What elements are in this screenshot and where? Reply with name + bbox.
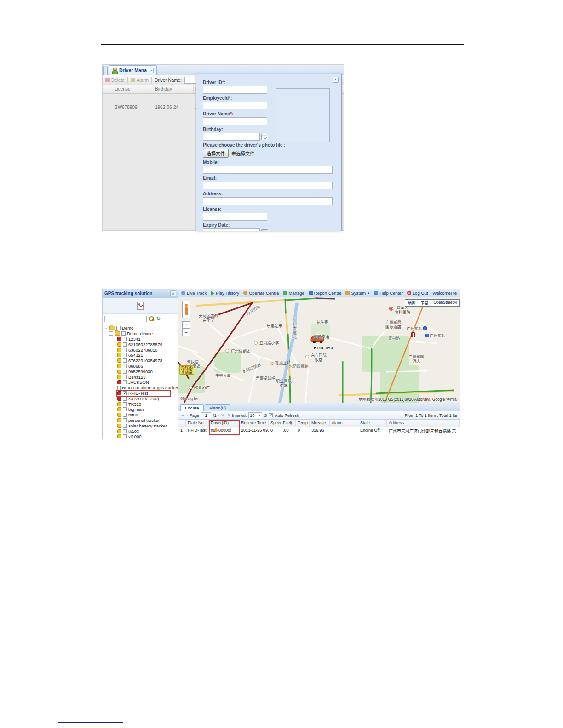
tab-locate[interactable]: Locate (180, 404, 204, 411)
col-receive-time[interactable]: Receive Time (239, 420, 269, 427)
driver-id-input[interactable] (203, 86, 267, 94)
device-checkbox[interactable] (120, 386, 121, 390)
device-checkbox[interactable] (123, 342, 127, 347)
col-license[interactable]: License (113, 85, 153, 93)
refresh-icon[interactable]: ↻ (156, 316, 161, 322)
nav-help-center[interactable]: ?Help Center (374, 290, 403, 296)
collapse-sidebar-icon[interactable]: « (170, 290, 176, 296)
tree-device[interactable]: JACKSON (103, 380, 178, 385)
device-checkbox[interactable] (123, 364, 127, 368)
device-checkbox[interactable] (123, 397, 127, 401)
first-page-icon[interactable]: ≪ (181, 413, 184, 417)
auto-refresh-checkbox[interactable]: ✓ (269, 413, 273, 417)
calendar-icon[interactable] (261, 229, 268, 232)
nav-report-centre[interactable]: Report Centre (309, 290, 342, 296)
map-canvas[interactable]: 天河区先烈 东小学 沙河西街 乐惠超市 花生寮 广州大道北 省军区 专科医院 H… (178, 297, 460, 403)
tree-device[interactable]: solar battery tracker (103, 423, 178, 428)
device-checkbox[interactable] (123, 358, 127, 363)
device-checkbox[interactable] (123, 353, 127, 357)
terms-link[interactable]: 使用条 (446, 397, 458, 402)
map-type-openstreetmap[interactable]: OpenStreetM (431, 299, 460, 307)
device-checkbox[interactable] (123, 418, 127, 422)
col-state[interactable]: State (358, 420, 387, 427)
interval-select[interactable]: 10▼ (248, 412, 262, 418)
col-address[interactable]: Address (387, 420, 460, 427)
tree-device[interactable]: tk103 (103, 428, 178, 434)
col-speed[interactable]: Speed (269, 420, 281, 427)
device-checkbox[interactable] (123, 402, 127, 406)
device-checkbox[interactable] (123, 380, 127, 384)
tree-device[interactable]: TK310 (103, 401, 178, 407)
nav-live-track[interactable]: Live Track (181, 290, 207, 296)
tree-device[interactable]: Benz123 (103, 374, 178, 380)
tree-device[interactable]: vt1000 (103, 434, 178, 439)
tab-alarm[interactable]: Alarm(0) (205, 404, 230, 411)
vehicle-marker-label[interactable]: RFID-Test (314, 346, 333, 350)
prev-page-icon[interactable]: ‹ (186, 413, 188, 417)
dialog-close-icon[interactable]: × (333, 77, 339, 83)
col-birthday[interactable]: Birthday (153, 85, 194, 93)
col-temp[interactable]: Temp... (296, 420, 310, 427)
refresh-icon[interactable]: ↻ (227, 413, 230, 417)
nav-system[interactable]: System▼ (345, 290, 370, 296)
col-alarm[interactable]: Alarm (330, 420, 358, 427)
nav-operate-centre[interactable]: Operate Centre (243, 290, 279, 296)
tree-root-demo[interactable]: - Demo (103, 325, 178, 331)
tree-device[interactable]: 62106022785879 (103, 341, 178, 347)
driver-name-dialog-input[interactable] (203, 117, 267, 125)
tree-device[interactable]: 9952599030 (103, 369, 178, 374)
col-fuel[interactable]: Fuel(L) (281, 420, 296, 427)
col-driver-id[interactable]: Driver(ID) (209, 420, 239, 427)
device-checkbox[interactable] (123, 370, 127, 374)
nav-log-out[interactable]: ×Log Out (407, 290, 428, 296)
device-checkbox[interactable] (123, 375, 127, 379)
device-checkbox[interactable] (123, 413, 127, 417)
device-checkbox[interactable] (123, 424, 127, 428)
tree-device[interactable]: personal tracker (103, 418, 178, 423)
pegman-control[interactable] (182, 301, 190, 318)
tree-device[interactable]: big man (103, 407, 178, 412)
locate-table-row[interactable]: 1 RFID-Test null(00000) 2013-11-26 09...… (178, 427, 460, 434)
device-search-input[interactable] (104, 316, 147, 322)
search-icon[interactable] (149, 316, 154, 321)
collapse-node-icon[interactable]: - (104, 326, 108, 330)
tab-close-icon[interactable]: × (149, 68, 154, 73)
delete-button[interactable]: Delete (105, 78, 125, 83)
tree-device[interactable]: 12341 (103, 336, 178, 342)
tab-partial[interactable] (103, 66, 108, 75)
choose-file-button[interactable]: 选择文件 (203, 149, 229, 158)
employeeid-input[interactable] (203, 102, 267, 109)
tree-device[interactable]: RFID car alarm & gps tracker (103, 385, 178, 391)
address-input[interactable] (203, 197, 333, 205)
device-checkbox[interactable] (123, 337, 127, 341)
tree-device[interactable]: 654321 (103, 353, 178, 358)
col-mileage[interactable]: Mileage (310, 420, 330, 427)
next-page-icon[interactable]: › (218, 413, 220, 417)
device-checkbox[interactable] (123, 429, 127, 433)
tree-device[interactable]: 636022786810 (103, 347, 178, 353)
page-number-input[interactable] (201, 412, 211, 418)
zoom-in-button[interactable]: + (182, 321, 190, 329)
col-plate-no[interactable]: Plate No. (186, 420, 209, 427)
map-type-satellite[interactable]: 卫星 (418, 299, 431, 307)
email-input[interactable] (203, 182, 333, 189)
expiry-date-input[interactable] (203, 228, 260, 231)
map-type-map[interactable]: 地图 (405, 299, 418, 307)
alarm-button[interactable]: Alarm (131, 78, 149, 83)
zoom-out-button[interactable]: − (182, 329, 190, 336)
tree-group-demo-device[interactable]: - Demo-device (103, 331, 178, 336)
nav-manage[interactable]: Manage (283, 290, 304, 296)
collapse-node-icon[interactable]: - (109, 331, 113, 336)
device-checkbox[interactable] (123, 348, 127, 352)
group-checkbox[interactable] (121, 331, 126, 336)
calendar-icon[interactable] (261, 134, 268, 140)
tree-device[interactable]: 868686 (103, 364, 178, 369)
device-checkbox[interactable] (123, 407, 127, 411)
nav-play-history[interactable]: Play History (211, 290, 239, 296)
group-checkbox[interactable] (116, 326, 121, 330)
tree-device[interactable]: mt08 (103, 412, 178, 418)
birthday-input[interactable] (203, 133, 260, 141)
last-page-icon[interactable]: ≫ (221, 413, 225, 417)
tab-driver-manager[interactable]: Driver Mana × (109, 65, 157, 75)
tree-device[interactable]: 67622010354978 (103, 358, 178, 364)
